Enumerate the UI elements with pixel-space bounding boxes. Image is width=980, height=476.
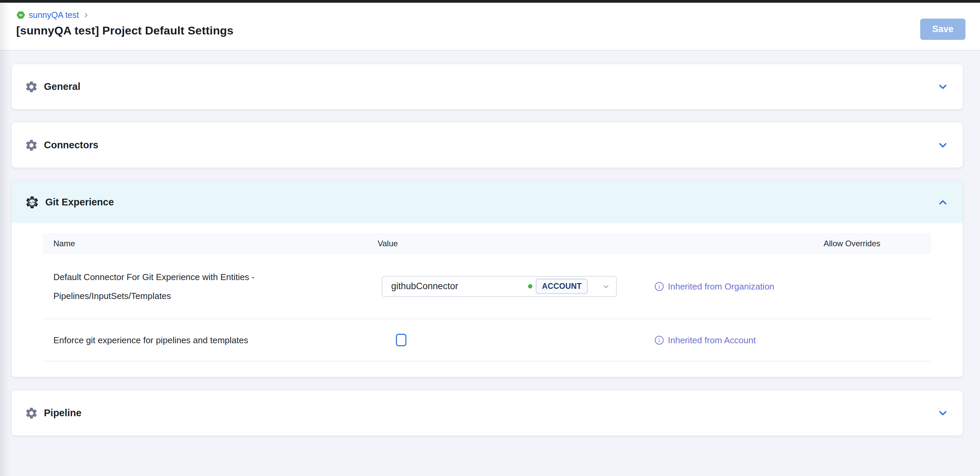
settings-table: Name Value Allow Overrides Default Conne… bbox=[43, 233, 931, 361]
inherited-label: Inherited from Organization bbox=[668, 281, 774, 291]
chevron-down-icon bbox=[602, 282, 610, 291]
section-general: General bbox=[12, 64, 963, 109]
section-pipeline-header[interactable]: Pipeline bbox=[12, 390, 963, 435]
project-hexagon-icon: ∞ bbox=[16, 11, 25, 19]
scope-badge: ACCOUNT bbox=[536, 279, 588, 294]
connector-select-value: githubConnector bbox=[391, 281, 528, 291]
connector-select[interactable]: githubConnector ACCOUNT bbox=[382, 276, 617, 297]
inherited-from-organization-link[interactable]: i Inherited from Organization bbox=[654, 281, 774, 291]
section-general-header[interactable]: General bbox=[12, 64, 963, 109]
setting-name: Default Connector For Git Experience wit… bbox=[43, 267, 368, 306]
page-title: [sunnyQA test] Project Default Settings bbox=[16, 24, 966, 37]
git-experience-gear-code-icon: </> bbox=[25, 195, 40, 210]
save-button[interactable]: Save bbox=[920, 19, 966, 40]
breadcrumb: ∞ sunnyQA test bbox=[16, 10, 966, 20]
gear-icon bbox=[25, 406, 38, 420]
section-pipeline: Pipeline bbox=[12, 390, 963, 435]
connector-status-dot bbox=[528, 284, 532, 288]
page-header: ∞ sunnyQA test [sunnyQA test] Project De… bbox=[0, 3, 980, 51]
section-git-experience-header[interactable]: </> Git Experience bbox=[12, 181, 963, 223]
table-row: Default Connector For Git Experience wit… bbox=[43, 254, 931, 319]
inherited-label: Inherited from Account bbox=[668, 335, 756, 345]
svg-text:∞: ∞ bbox=[19, 12, 22, 18]
chevron-down-icon[interactable] bbox=[938, 390, 948, 435]
gear-icon bbox=[25, 139, 38, 152]
breadcrumb-project-link[interactable]: sunnyQA test bbox=[29, 10, 79, 20]
section-title: Git Experience bbox=[45, 197, 114, 208]
chevron-down-icon[interactable] bbox=[938, 123, 948, 167]
chevron-up-icon[interactable] bbox=[938, 181, 948, 223]
setting-value-cell bbox=[368, 334, 931, 346]
info-icon: i bbox=[654, 335, 664, 345]
table-header-row: Name Value Allow Overrides bbox=[43, 233, 931, 254]
column-header-name: Name bbox=[43, 239, 368, 248]
svg-text:i: i bbox=[659, 337, 660, 344]
top-black-bar bbox=[0, 0, 980, 3]
chevron-down-icon[interactable] bbox=[938, 64, 948, 109]
inherited-from-account-link[interactable]: i Inherited from Account bbox=[654, 335, 756, 345]
table-row: Enforce git experience for pipelines and… bbox=[43, 319, 931, 361]
setting-value-cell: githubConnector ACCOUNT bbox=[368, 276, 931, 297]
column-header-allow-overrides: Allow Overrides bbox=[813, 239, 931, 248]
section-title: Pipeline bbox=[44, 408, 81, 419]
info-icon: i bbox=[654, 282, 664, 291]
bottom-spacer bbox=[12, 449, 963, 476]
settings-content: General Connectors </> bbox=[0, 51, 980, 476]
setting-name: Enforce git experience for pipelines and… bbox=[43, 331, 368, 350]
section-git-experience: </> Git Experience Name Value Allow Over… bbox=[12, 181, 963, 377]
git-experience-panel: Name Value Allow Overrides Default Conne… bbox=[12, 223, 963, 377]
breadcrumb-chevron-icon bbox=[83, 11, 90, 19]
svg-text:</>: </> bbox=[29, 200, 35, 204]
svg-text:i: i bbox=[659, 283, 660, 290]
enforce-git-experience-checkbox[interactable] bbox=[396, 334, 406, 346]
section-title: General bbox=[44, 81, 80, 92]
column-header-value: Value bbox=[368, 239, 813, 248]
gear-icon bbox=[25, 80, 38, 94]
section-connectors-header[interactable]: Connectors bbox=[12, 123, 963, 167]
section-connectors: Connectors bbox=[12, 123, 963, 167]
section-title: Connectors bbox=[44, 140, 98, 151]
